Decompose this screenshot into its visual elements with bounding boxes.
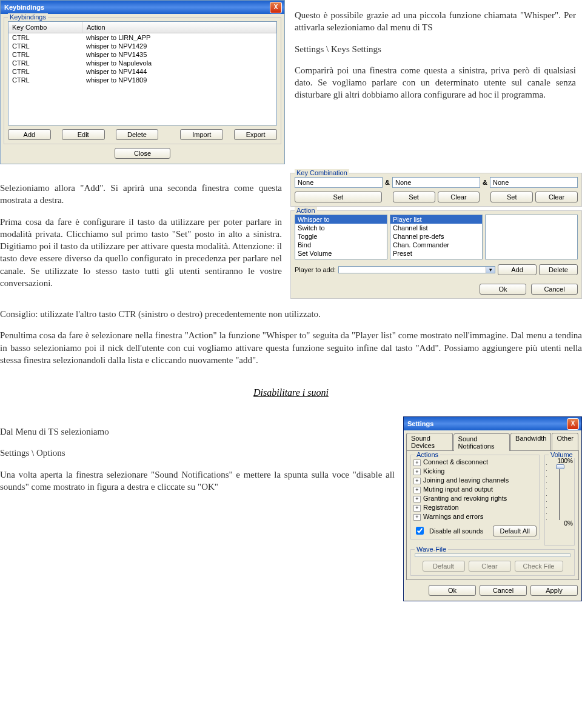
volume-min: 0% — [546, 520, 573, 527]
tab-other[interactable]: Other — [552, 433, 578, 450]
delete-button[interactable]: Delete — [116, 129, 159, 140]
groupbox-title: Wave-File — [415, 546, 448, 553]
list-item[interactable]: Switch to — [295, 224, 387, 232]
groupbox-title: Keybindings — [8, 13, 48, 21]
plus-icon[interactable]: + — [413, 505, 421, 512]
ok-button[interactable]: Ok — [480, 284, 526, 295]
check-file-button: Check File — [515, 561, 563, 572]
close-button[interactable]: Close — [115, 148, 170, 159]
clear-button[interactable]: Clear — [535, 192, 578, 202]
add-button[interactable]: Add — [498, 264, 537, 275]
export-button[interactable]: Export — [234, 129, 277, 140]
tree-item: Warnings and errors — [423, 513, 483, 520]
table-row[interactable]: CTRLwhisper to NPV1444 — [8, 67, 276, 76]
plus-icon[interactable]: + — [413, 459, 421, 466]
action-panel: Action Whisper to Switch to Toggle Bind … — [290, 210, 582, 299]
settings-window: Settings X Sound Devices Sound Notificat… — [403, 416, 582, 601]
tree-item: Granting and revoking rights — [423, 495, 507, 502]
tree-item: Registration — [423, 504, 459, 511]
plus-icon[interactable]: + — [413, 514, 421, 521]
default-all-button[interactable]: Default All — [493, 526, 537, 536]
intro-p1: Questo è possibile grazie ad una piccola… — [295, 9, 576, 34]
tab-sound-notifications[interactable]: Sound Notifications — [453, 433, 510, 451]
clear-button: Clear — [469, 561, 511, 572]
mid-p2: Prima cosa da fare è configurare il tast… — [0, 216, 282, 290]
intro-p3: Comparirà poi una finestra come questa a… — [295, 64, 576, 101]
plus-icon[interactable]: + — [413, 478, 421, 484]
section-title: Disabilitare i suoni — [0, 387, 582, 398]
key-combo-2[interactable]: None — [392, 177, 480, 188]
intro-p2: Settings \ Keys Settings — [295, 43, 576, 55]
ampersand: & — [385, 179, 390, 186]
ok-button[interactable]: Ok — [429, 585, 476, 596]
close-icon[interactable]: X — [270, 2, 282, 13]
mid-p3: Consiglio: utilizzate l'altro tasto CTR … — [0, 308, 582, 320]
keybindings-table: Key Combo Action CTRLwhisper to LIRN_APP… — [8, 21, 277, 125]
groupbox-title: Actions — [415, 451, 440, 458]
key-combination-panel: Key Combination None & None & None Set S… — [290, 173, 582, 207]
groupbox-title: Action — [295, 207, 317, 214]
tab-bandwidth[interactable]: Bandwidth — [510, 433, 551, 450]
table-row[interactable]: CTRLwhisper to NPV1429 — [8, 42, 276, 50]
import-button[interactable]: Import — [180, 129, 223, 140]
list-item[interactable]: Whisper to — [295, 215, 387, 224]
key-combo-1[interactable]: None — [295, 177, 383, 188]
mid-p4: Penultima cosa da fare è selezionare nel… — [0, 329, 582, 366]
default-button: Default — [423, 561, 465, 572]
list-item[interactable]: Bind — [295, 241, 387, 249]
clear-button[interactable]: Clear — [438, 192, 480, 202]
key-combo-3[interactable]: None — [490, 177, 578, 188]
mid-p1: Selezioniamo allora "Add". Si aprirà una… — [0, 182, 282, 207]
col-key-combo: Key Combo — [8, 22, 83, 33]
plus-icon[interactable]: + — [413, 487, 421, 493]
groupbox-title: Volume — [549, 451, 575, 458]
actions-tree[interactable]: +Connect & disconnect +Kicking +Joining … — [413, 458, 537, 521]
plus-icon[interactable]: + — [413, 496, 421, 503]
groupbox-title: Key Combination — [295, 169, 349, 176]
list-item[interactable]: Channel pre-defs — [390, 232, 482, 241]
tree-item: Kicking — [423, 467, 444, 475]
s2-p1: Dal Menu di TS selezioniamo — [0, 426, 395, 438]
tab-sound-devices[interactable]: Sound Devices — [406, 433, 453, 450]
close-icon[interactable]: X — [567, 418, 579, 430]
edit-button[interactable]: Edit — [62, 129, 105, 140]
list-item[interactable]: Channel list — [390, 224, 482, 232]
table-row[interactable]: CTRLwhisper to NPV1809 — [8, 76, 276, 84]
list-item[interactable]: Set Volume — [295, 249, 387, 258]
disable-all-sounds-checkbox[interactable] — [416, 527, 424, 535]
titlebar: Keybindings X — [1, 1, 284, 14]
apply-button[interactable]: Apply — [530, 585, 578, 596]
target-listbox[interactable] — [485, 215, 578, 259]
cancel-button[interactable]: Cancel — [480, 585, 527, 596]
volume-slider[interactable] — [559, 464, 560, 520]
set-button[interactable]: Set — [393, 192, 435, 202]
list-item[interactable]: Chan. Commander — [390, 241, 482, 249]
tree-item: Muting input and output — [423, 486, 493, 493]
list-item[interactable]: Toggle — [295, 232, 387, 241]
player-dropdown[interactable]: ▾ — [338, 266, 495, 273]
list-item[interactable]: Player list — [390, 215, 482, 224]
disable-all-sounds-label: Disable all sounds — [429, 527, 489, 535]
volume-max: 100% — [546, 458, 573, 464]
plus-icon[interactable]: + — [413, 469, 421, 475]
table-row[interactable]: CTRLwhisper to LIRN_APP — [8, 33, 276, 42]
set-button[interactable]: Set — [295, 192, 382, 202]
chevron-down-icon[interactable]: ▾ — [486, 267, 495, 273]
player-to-add-label: Player to add: — [295, 266, 336, 273]
s2-p2: Settings \ Options — [0, 447, 395, 459]
tree-item: Joining and leaving channels — [423, 476, 509, 484]
cancel-button[interactable]: Cancel — [531, 284, 578, 295]
col-action: Action — [83, 22, 276, 33]
window-title: Settings — [406, 420, 567, 427]
table-row[interactable]: CTRLwhisper to Napulevola — [8, 59, 276, 67]
action-listbox-1[interactable]: Whisper to Switch to Toggle Bind Set Vol… — [295, 215, 387, 259]
s2-p3: Una volta aperta la finestra selezionare… — [0, 469, 395, 493]
delete-button[interactable]: Delete — [539, 264, 578, 275]
tree-item: Connect & disconnect — [423, 458, 488, 466]
window-title: Keybindings — [3, 4, 270, 11]
action-listbox-2[interactable]: Player list Channel list Channel pre-def… — [390, 215, 483, 259]
table-row[interactable]: CTRLwhisper to NPV1435 — [8, 50, 276, 59]
set-button[interactable]: Set — [490, 192, 533, 202]
add-button[interactable]: Add — [8, 129, 51, 140]
list-item[interactable]: Preset — [390, 249, 482, 258]
